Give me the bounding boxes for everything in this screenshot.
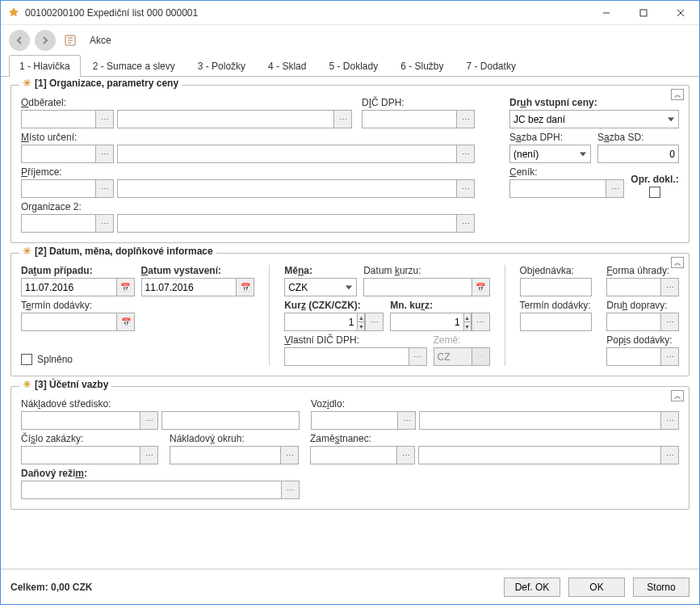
sun-icon: ☀: [23, 78, 31, 89]
termin-dodavky-input[interactable]: [21, 313, 116, 331]
lookup-button[interactable]: ⋯: [333, 110, 352, 128]
lookup-button[interactable]: ⋯: [397, 411, 416, 430]
lookup-button[interactable]: ⋯: [396, 446, 415, 464]
lookup-button[interactable]: ⋯: [140, 446, 158, 464]
vlastni-dic-input[interactable]: [284, 347, 408, 366]
druh-ceny-select[interactable]: JC bez daní: [509, 110, 679, 128]
datum-kurzu-input[interactable]: [363, 278, 471, 296]
label-prijemce: Příjemce:: [21, 166, 475, 178]
lookup-button[interactable]: ⋯: [660, 278, 679, 296]
lookup-button[interactable]: ⋯: [281, 481, 300, 499]
lookup-button[interactable]: ⋯: [606, 179, 624, 198]
actions-icon[interactable]: [61, 30, 82, 51]
tab-dodatky[interactable]: 7 - Dodatky: [456, 55, 526, 76]
lookup-button[interactable]: ⋯: [95, 214, 114, 233]
tab-label: 1 - Hlavička: [19, 61, 70, 72]
org2-name-input[interactable]: [117, 214, 456, 233]
sun-icon: ☀: [23, 246, 31, 257]
zamestnanec-name-input[interactable]: [418, 446, 660, 464]
danovy-rezim-input[interactable]: [21, 481, 281, 499]
misto-name-input[interactable]: [117, 145, 456, 163]
nakl-stredisko-input[interactable]: [21, 411, 140, 430]
label-termin-dodavky: Termín dodávky:: [21, 300, 135, 311]
odberatel-code-input[interactable]: [21, 110, 95, 128]
actions-label[interactable]: Akce: [90, 35, 111, 46]
label-odberatel: Odběratel:: [21, 97, 352, 108]
lookup-button[interactable]: ⋯: [472, 313, 490, 331]
mn-kurz-input[interactable]: [390, 313, 463, 331]
cislo-zakazky-input[interactable]: [21, 446, 140, 464]
def-ok-button[interactable]: Def. OK: [504, 578, 560, 597]
org2-code-input[interactable]: [21, 214, 95, 233]
objednavka-input[interactable]: [520, 278, 593, 296]
prijemce-code-input[interactable]: [21, 179, 95, 198]
tab-polozky[interactable]: 3 - Položky: [187, 55, 256, 76]
calendar-button[interactable]: 📅: [472, 278, 490, 296]
opr-dokl-checkbox[interactable]: [649, 187, 660, 198]
tab-hlavicka[interactable]: 1 - Hlavička: [9, 55, 81, 76]
calendar-button[interactable]: 📅: [116, 278, 135, 296]
mn-kurz-spinner[interactable]: ▲▼: [463, 313, 472, 331]
popis-dodavky-input[interactable]: [606, 347, 660, 366]
lookup-button[interactable]: ⋯: [456, 214, 475, 233]
close-button[interactable]: [662, 1, 699, 25]
ok-button[interactable]: OK: [568, 578, 625, 597]
lookup-button[interactable]: ⋯: [456, 179, 475, 198]
prijemce-name-input[interactable]: [117, 179, 456, 198]
calendar-button[interactable]: 📅: [116, 313, 135, 331]
cenik-input[interactable]: [509, 179, 606, 198]
lookup-button[interactable]: ⋯: [456, 110, 475, 128]
maximize-button[interactable]: [625, 1, 662, 25]
druh-dopravy-input[interactable]: [606, 313, 660, 331]
sazba-sd-input[interactable]: [597, 145, 679, 163]
lookup-button[interactable]: ⋯: [660, 411, 679, 430]
datum-vystaveni-input[interactable]: [141, 278, 237, 296]
tab-doklady[interactable]: 5 - Doklady: [318, 55, 388, 76]
collapse-button[interactable]: ︽: [671, 257, 684, 268]
lookup-button[interactable]: ⋯: [280, 446, 299, 464]
lookup-button[interactable]: ⋯: [660, 313, 679, 331]
label-popis-dodavky: Popis dodávky:: [606, 334, 679, 346]
termin-dodavky2-input[interactable]: [520, 313, 593, 331]
lookup-button[interactable]: ⋯: [660, 347, 679, 366]
splneno-checkbox[interactable]: [21, 354, 32, 365]
lookup-button[interactable]: ⋯: [95, 145, 114, 163]
lookup-button[interactable]: ⋯: [660, 446, 679, 464]
zamestnanec-input[interactable]: [310, 446, 396, 464]
nakl-stredisko-name-input[interactable]: [161, 411, 300, 430]
misto-code-input[interactable]: [21, 145, 95, 163]
next-button[interactable]: [35, 30, 56, 51]
lookup-button[interactable]: ⋯: [456, 145, 475, 163]
datum-pripadu-input[interactable]: [21, 278, 116, 296]
label-nakl-stredisko: Nákladové středisko:: [21, 398, 300, 410]
storno-button[interactable]: Storno: [633, 578, 690, 597]
sazba-dph-select[interactable]: (není): [509, 145, 591, 163]
kurz-input[interactable]: [284, 313, 357, 331]
lookup-button[interactable]: ⋯: [95, 179, 114, 198]
lookup-button[interactable]: ⋯: [365, 313, 384, 331]
lookup-button[interactable]: ⋯: [409, 347, 427, 366]
nakl-okruh-input[interactable]: [170, 446, 280, 464]
label-misto: Místo určení:: [21, 132, 475, 143]
lookup-button[interactable]: ⋯: [140, 411, 158, 430]
tab-sumace[interactable]: 2 - Sumace a slevy: [82, 55, 186, 76]
calendar-button[interactable]: 📅: [236, 278, 254, 296]
lookup-button[interactable]: ⋯: [95, 110, 114, 128]
label-vozidlo: Vozidlo:: [311, 398, 679, 410]
collapse-button[interactable]: ︽: [671, 89, 684, 100]
dic-input[interactable]: [362, 110, 456, 128]
mena-select[interactable]: CZK: [284, 278, 357, 296]
label-zeme: Země:: [434, 334, 490, 346]
kurz-spinner[interactable]: ▲▼: [357, 313, 365, 331]
minimize-button[interactable]: [588, 1, 625, 25]
odberatel-name-input[interactable]: [117, 110, 333, 128]
tab-label: 7 - Dodatky: [467, 61, 516, 72]
forma-uhrady-input[interactable]: [606, 278, 660, 296]
tab-sluzby[interactable]: 6 - Služby: [390, 55, 454, 76]
prev-button[interactable]: [9, 30, 30, 51]
tab-sklad[interactable]: 4 - Sklad: [258, 55, 316, 76]
vozidlo-input[interactable]: [311, 411, 397, 430]
lookup-button-disabled: ⋯: [472, 347, 490, 366]
vozidlo-name-input[interactable]: [419, 411, 660, 430]
collapse-button[interactable]: ︽: [671, 390, 684, 401]
